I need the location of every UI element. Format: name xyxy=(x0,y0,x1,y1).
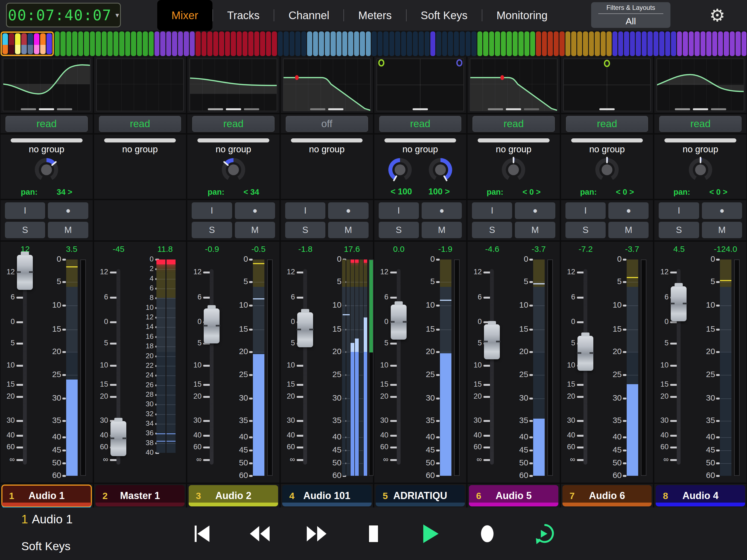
track-color-bar[interactable] xyxy=(319,31,324,56)
group-bar[interactable] xyxy=(384,138,456,143)
track-color-bar[interactable] xyxy=(301,31,306,56)
eq-thumbnail[interactable] xyxy=(563,58,651,111)
fader-cap[interactable] xyxy=(577,336,593,371)
eq-thumbnail[interactable] xyxy=(96,58,184,111)
track-color-bar[interactable] xyxy=(589,31,594,56)
track-color-bar[interactable] xyxy=(90,31,95,56)
track-color-bar[interactable] xyxy=(360,31,365,56)
track-color-bar[interactable] xyxy=(55,31,60,56)
fader-cap[interactable] xyxy=(484,324,500,359)
automation-mode-button[interactable]: read xyxy=(472,116,555,132)
automation-mode-button[interactable]: read xyxy=(99,116,181,132)
track-color-bar[interactable] xyxy=(513,31,518,56)
input-monitor-button[interactable]: I xyxy=(285,202,325,219)
track-color-bar[interactable] xyxy=(196,31,200,56)
track-color-bar[interactable] xyxy=(289,31,294,56)
fader-cap[interactable] xyxy=(17,255,33,290)
track-color-bar[interactable] xyxy=(718,31,723,56)
track-color-bar[interactable] xyxy=(266,31,271,56)
track-color-bar[interactable] xyxy=(78,31,83,56)
track-color-bar[interactable] xyxy=(466,31,470,56)
pan-knob[interactable] xyxy=(386,156,414,184)
track-color-bar[interactable] xyxy=(160,31,165,56)
track-color-bar[interactable] xyxy=(225,31,230,56)
pan-knob[interactable] xyxy=(686,156,715,184)
track-color-bar[interactable] xyxy=(366,31,371,56)
group-bar[interactable] xyxy=(478,138,549,143)
input-monitor-button[interactable]: I xyxy=(659,202,699,219)
track-color-bar[interactable] xyxy=(683,31,688,56)
settings-gear-icon[interactable]: ⚙ xyxy=(710,4,725,27)
track-color-bar[interactable] xyxy=(430,31,435,56)
track-color-bar[interactable] xyxy=(630,31,635,56)
record-arm-button[interactable]: ● xyxy=(609,202,649,219)
track-color-bar[interactable] xyxy=(583,31,588,56)
track-color-bar[interactable] xyxy=(96,31,101,56)
mute-button[interactable]: M xyxy=(515,222,555,238)
track-color-bar[interactable] xyxy=(536,31,541,56)
track-color-bar[interactable] xyxy=(501,31,506,56)
track-color-bar[interactable] xyxy=(706,31,711,56)
track-color-bar[interactable] xyxy=(677,31,682,56)
record-arm-button[interactable]: ● xyxy=(235,202,275,219)
track-color-bar[interactable] xyxy=(84,31,89,56)
automation-mode-button[interactable]: off xyxy=(286,116,368,132)
group-bar[interactable] xyxy=(198,138,269,143)
solo-button[interactable]: S xyxy=(565,222,606,238)
track-color-bar[interactable] xyxy=(143,31,148,56)
track-color-bar[interactable] xyxy=(454,31,459,56)
track-color-bar[interactable] xyxy=(15,33,21,54)
track-color-bar[interactable] xyxy=(354,31,359,56)
channel-tile[interactable]: 5ADRIATIQU xyxy=(376,485,465,506)
track-color-bar[interactable] xyxy=(383,31,388,56)
track-color-bar[interactable] xyxy=(371,31,377,56)
track-color-bar[interactable] xyxy=(242,31,248,56)
mute-button[interactable]: M xyxy=(328,222,368,238)
track-color-bar[interactable] xyxy=(424,31,430,56)
track-color-bar[interactable] xyxy=(131,31,136,56)
track-color-bar[interactable] xyxy=(60,31,66,56)
group-bar[interactable] xyxy=(11,138,83,143)
track-color-bar[interactable] xyxy=(518,31,523,56)
track-color-bar[interactable] xyxy=(190,31,195,56)
track-color-bar[interactable] xyxy=(295,31,300,56)
mute-button[interactable]: M xyxy=(48,222,88,238)
input-monitor-button[interactable]: I xyxy=(5,202,45,219)
solo-button[interactable]: S xyxy=(379,222,419,238)
track-color-bar[interactable] xyxy=(307,31,312,56)
track-color-bar[interactable] xyxy=(460,31,465,56)
track-color-bar[interactable] xyxy=(601,31,606,56)
fader-track[interactable] xyxy=(397,269,401,464)
fader-track[interactable] xyxy=(210,269,213,464)
track-color-bar[interactable] xyxy=(671,31,676,56)
fader-cap[interactable] xyxy=(204,308,220,343)
track-color-bar[interactable] xyxy=(442,31,447,56)
channel-tile[interactable]: 6Audio 5 xyxy=(469,485,558,506)
track-color-bar[interactable] xyxy=(348,31,353,56)
track-color-bar[interactable] xyxy=(407,31,412,56)
track-color-bar[interactable] xyxy=(313,31,318,56)
track-color-bar[interactable] xyxy=(331,31,335,56)
track-color-bar[interactable] xyxy=(34,33,40,54)
channel-tile[interactable]: 3Audio 2 xyxy=(189,485,278,506)
timecode-display[interactable]: 00:07:40:07 ▾ xyxy=(6,3,121,27)
track-color-bar[interactable] xyxy=(401,31,406,56)
fader-track[interactable] xyxy=(303,269,307,464)
tab-mixer[interactable]: Mixer xyxy=(157,0,212,31)
track-color-bar[interactable] xyxy=(21,33,27,54)
pan-knob[interactable] xyxy=(219,156,248,184)
track-color-bar[interactable] xyxy=(395,31,400,56)
automation-mode-button[interactable]: read xyxy=(566,116,648,132)
track-color-bar[interactable] xyxy=(653,31,659,56)
fader-cap[interactable] xyxy=(297,312,313,347)
track-color-bar[interactable] xyxy=(495,31,500,56)
loop-button[interactable] xyxy=(533,523,555,545)
filters-layouts-button[interactable]: Filters & Layouts All xyxy=(591,2,670,28)
track-color-bar[interactable] xyxy=(166,31,171,56)
pan-knob[interactable] xyxy=(426,156,455,184)
track-color-bar[interactable] xyxy=(419,31,423,56)
track-color-bar[interactable] xyxy=(278,31,283,56)
track-color-bar[interactable] xyxy=(207,31,212,56)
track-color-bar[interactable] xyxy=(695,31,699,56)
track-color-bar[interactable] xyxy=(172,31,177,56)
